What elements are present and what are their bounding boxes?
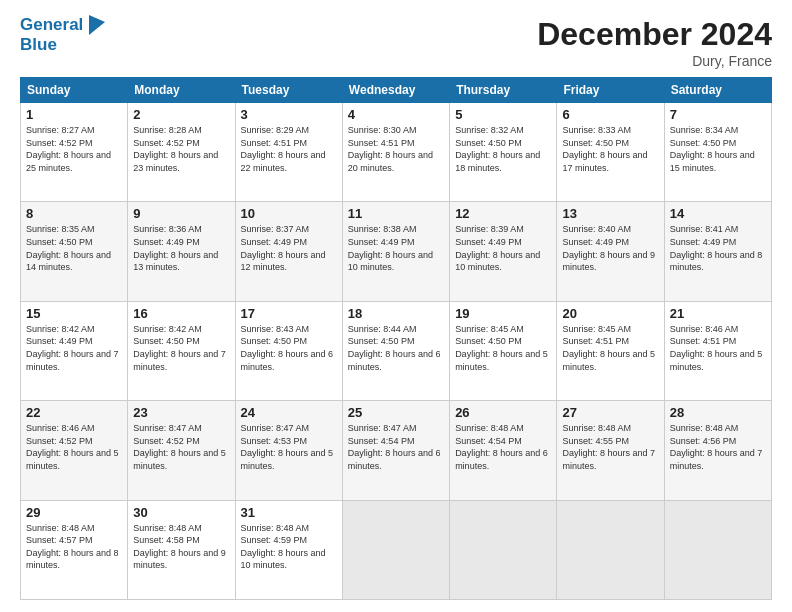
sunrise-text: Sunrise: 8:36 AM — [133, 223, 229, 236]
day-info: Sunrise: 8:29 AM Sunset: 4:51 PM Dayligh… — [241, 124, 337, 174]
day-info: Sunrise: 8:47 AM Sunset: 4:52 PM Dayligh… — [133, 422, 229, 472]
day-cell-10: 10 Sunrise: 8:37 AM Sunset: 4:49 PM Dayl… — [235, 202, 342, 301]
day-number: 16 — [133, 306, 229, 321]
day-info: Sunrise: 8:45 AM Sunset: 4:50 PM Dayligh… — [455, 323, 551, 373]
day-cell-4: 4 Sunrise: 8:30 AM Sunset: 4:51 PM Dayli… — [342, 103, 449, 202]
sunset-text: Sunset: 4:50 PM — [455, 137, 551, 150]
day-number: 24 — [241, 405, 337, 420]
sunrise-text: Sunrise: 8:30 AM — [348, 124, 444, 137]
sunrise-text: Sunrise: 8:48 AM — [670, 422, 766, 435]
day-info: Sunrise: 8:27 AM Sunset: 4:52 PM Dayligh… — [26, 124, 122, 174]
calendar-table: Sunday Monday Tuesday Wednesday Thursday… — [20, 77, 772, 600]
col-thursday: Thursday — [450, 78, 557, 103]
sunset-text: Sunset: 4:56 PM — [670, 435, 766, 448]
sunset-text: Sunset: 4:50 PM — [348, 335, 444, 348]
day-cell-13: 13 Sunrise: 8:40 AM Sunset: 4:49 PM Dayl… — [557, 202, 664, 301]
sunrise-text: Sunrise: 8:41 AM — [670, 223, 766, 236]
sunrise-text: Sunrise: 8:45 AM — [455, 323, 551, 336]
empty-cell — [450, 500, 557, 599]
day-number: 8 — [26, 206, 122, 221]
day-number: 7 — [670, 107, 766, 122]
day-number: 6 — [562, 107, 658, 122]
day-cell-23: 23 Sunrise: 8:47 AM Sunset: 4:52 PM Dayl… — [128, 401, 235, 500]
daylight-text: Daylight: 8 hours and 10 minutes. — [455, 249, 551, 274]
day-cell-12: 12 Sunrise: 8:39 AM Sunset: 4:49 PM Dayl… — [450, 202, 557, 301]
calendar-header-row: Sunday Monday Tuesday Wednesday Thursday… — [21, 78, 772, 103]
day-number: 20 — [562, 306, 658, 321]
day-number: 30 — [133, 505, 229, 520]
day-cell-24: 24 Sunrise: 8:47 AM Sunset: 4:53 PM Dayl… — [235, 401, 342, 500]
day-cell-30: 30 Sunrise: 8:48 AM Sunset: 4:58 PM Dayl… — [128, 500, 235, 599]
sunrise-text: Sunrise: 8:28 AM — [133, 124, 229, 137]
logo: General Blue — [20, 16, 105, 53]
day-cell-9: 9 Sunrise: 8:36 AM Sunset: 4:49 PM Dayli… — [128, 202, 235, 301]
sunrise-text: Sunrise: 8:37 AM — [241, 223, 337, 236]
sunset-text: Sunset: 4:49 PM — [133, 236, 229, 249]
day-cell-26: 26 Sunrise: 8:48 AM Sunset: 4:54 PM Dayl… — [450, 401, 557, 500]
sunrise-text: Sunrise: 8:42 AM — [133, 323, 229, 336]
daylight-text: Daylight: 8 hours and 23 minutes. — [133, 149, 229, 174]
daylight-text: Daylight: 8 hours and 22 minutes. — [241, 149, 337, 174]
day-info: Sunrise: 8:40 AM Sunset: 4:49 PM Dayligh… — [562, 223, 658, 273]
day-cell-29: 29 Sunrise: 8:48 AM Sunset: 4:57 PM Dayl… — [21, 500, 128, 599]
daylight-text: Daylight: 8 hours and 8 minutes. — [670, 249, 766, 274]
sunrise-text: Sunrise: 8:42 AM — [26, 323, 122, 336]
sunrise-text: Sunrise: 8:45 AM — [562, 323, 658, 336]
sunset-text: Sunset: 4:52 PM — [133, 137, 229, 150]
daylight-text: Daylight: 8 hours and 8 minutes. — [26, 547, 122, 572]
day-info: Sunrise: 8:48 AM Sunset: 4:58 PM Dayligh… — [133, 522, 229, 572]
day-cell-8: 8 Sunrise: 8:35 AM Sunset: 4:50 PM Dayli… — [21, 202, 128, 301]
day-info: Sunrise: 8:43 AM Sunset: 4:50 PM Dayligh… — [241, 323, 337, 373]
sunrise-text: Sunrise: 8:47 AM — [348, 422, 444, 435]
day-info: Sunrise: 8:48 AM Sunset: 4:57 PM Dayligh… — [26, 522, 122, 572]
page: General Blue December 2024 Dury, France … — [0, 0, 792, 612]
day-cell-6: 6 Sunrise: 8:33 AM Sunset: 4:50 PM Dayli… — [557, 103, 664, 202]
empty-cell — [342, 500, 449, 599]
sunset-text: Sunset: 4:50 PM — [670, 137, 766, 150]
col-saturday: Saturday — [664, 78, 771, 103]
logo-general: General — [20, 16, 105, 35]
sunrise-text: Sunrise: 8:48 AM — [241, 522, 337, 535]
day-number: 27 — [562, 405, 658, 420]
location: Dury, France — [537, 53, 772, 69]
day-cell-20: 20 Sunrise: 8:45 AM Sunset: 4:51 PM Dayl… — [557, 301, 664, 400]
day-info: Sunrise: 8:47 AM Sunset: 4:53 PM Dayligh… — [241, 422, 337, 472]
logo-blue: Blue — [20, 36, 105, 53]
day-info: Sunrise: 8:47 AM Sunset: 4:54 PM Dayligh… — [348, 422, 444, 472]
daylight-text: Daylight: 8 hours and 5 minutes. — [133, 447, 229, 472]
month-title: December 2024 — [537, 16, 772, 53]
day-cell-31: 31 Sunrise: 8:48 AM Sunset: 4:59 PM Dayl… — [235, 500, 342, 599]
svg-marker-0 — [89, 15, 105, 35]
sunset-text: Sunset: 4:50 PM — [241, 335, 337, 348]
day-cell-5: 5 Sunrise: 8:32 AM Sunset: 4:50 PM Dayli… — [450, 103, 557, 202]
day-info: Sunrise: 8:34 AM Sunset: 4:50 PM Dayligh… — [670, 124, 766, 174]
sunset-text: Sunset: 4:49 PM — [670, 236, 766, 249]
day-info: Sunrise: 8:38 AM Sunset: 4:49 PM Dayligh… — [348, 223, 444, 273]
day-number: 2 — [133, 107, 229, 122]
sunrise-text: Sunrise: 8:48 AM — [26, 522, 122, 535]
sunrise-text: Sunrise: 8:43 AM — [241, 323, 337, 336]
daylight-text: Daylight: 8 hours and 10 minutes. — [348, 249, 444, 274]
day-number: 21 — [670, 306, 766, 321]
sunrise-text: Sunrise: 8:48 AM — [562, 422, 658, 435]
sunrise-text: Sunrise: 8:48 AM — [133, 522, 229, 535]
day-number: 5 — [455, 107, 551, 122]
empty-cell — [664, 500, 771, 599]
day-number: 19 — [455, 306, 551, 321]
day-info: Sunrise: 8:48 AM Sunset: 4:54 PM Dayligh… — [455, 422, 551, 472]
day-info: Sunrise: 8:42 AM Sunset: 4:50 PM Dayligh… — [133, 323, 229, 373]
day-number: 4 — [348, 107, 444, 122]
sunset-text: Sunset: 4:51 PM — [562, 335, 658, 348]
col-wednesday: Wednesday — [342, 78, 449, 103]
sunset-text: Sunset: 4:58 PM — [133, 534, 229, 547]
col-tuesday: Tuesday — [235, 78, 342, 103]
day-info: Sunrise: 8:35 AM Sunset: 4:50 PM Dayligh… — [26, 223, 122, 273]
day-cell-2: 2 Sunrise: 8:28 AM Sunset: 4:52 PM Dayli… — [128, 103, 235, 202]
day-info: Sunrise: 8:46 AM Sunset: 4:51 PM Dayligh… — [670, 323, 766, 373]
daylight-text: Daylight: 8 hours and 14 minutes. — [26, 249, 122, 274]
day-number: 13 — [562, 206, 658, 221]
daylight-text: Daylight: 8 hours and 13 minutes. — [133, 249, 229, 274]
sunrise-text: Sunrise: 8:39 AM — [455, 223, 551, 236]
day-info: Sunrise: 8:37 AM Sunset: 4:49 PM Dayligh… — [241, 223, 337, 273]
sunrise-text: Sunrise: 8:33 AM — [562, 124, 658, 137]
